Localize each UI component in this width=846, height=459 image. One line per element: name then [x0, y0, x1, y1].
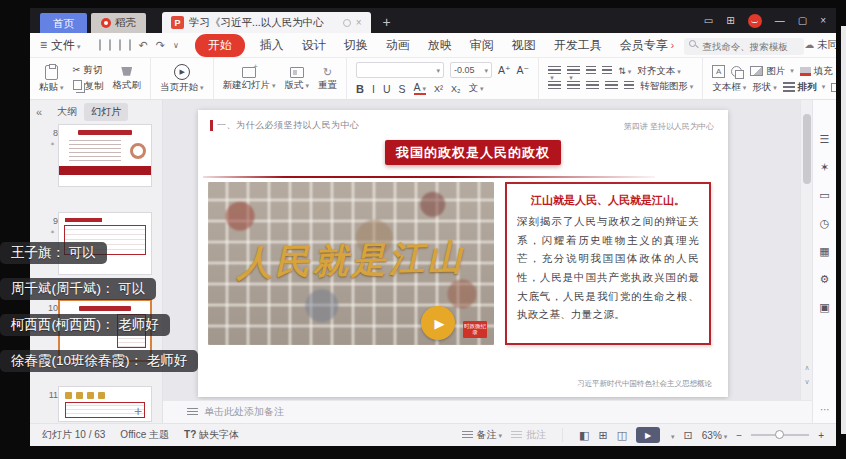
new-tab-button[interactable]: + — [383, 14, 391, 33]
ribbon-tab-insert[interactable]: 插入 — [260, 37, 284, 54]
ribbon-tab-design[interactable]: 设计 — [302, 37, 326, 54]
align-text-button[interactable]: 对齐文本 — [637, 66, 681, 76]
save-icon[interactable] — [99, 39, 101, 51]
layout-button[interactable]: 版式 — [285, 67, 310, 90]
line-spacing-icon[interactable]: ⇅ — [618, 66, 631, 76]
distribute-icon[interactable] — [624, 81, 634, 91]
new-slide-button[interactable]: 新建幻灯片 — [223, 67, 276, 90]
settings-icon[interactable]: ⚙ — [820, 274, 830, 285]
notes-bar[interactable]: 单击此处添加备注 — [163, 400, 812, 423]
close-window-icon[interactable]: × — [820, 15, 826, 26]
undo-icon[interactable]: ↶ — [139, 39, 148, 52]
justify-icon[interactable] — [605, 81, 618, 91]
zoom-in-button[interactable]: + — [818, 430, 824, 441]
font-color-button[interactable]: A — [414, 82, 427, 95]
tab-outline[interactable]: 大纲 — [50, 103, 84, 121]
command-search[interactable] — [684, 36, 804, 55]
ribbon-tab-review[interactable]: 审阅 — [470, 37, 494, 54]
align-right-icon[interactable] — [586, 81, 599, 91]
comments-button[interactable]: 批注 — [511, 428, 546, 442]
minimize-icon[interactable]: — — [775, 15, 785, 26]
zoom-slider[interactable] — [751, 434, 809, 436]
textbox-big-icon[interactable]: A — [712, 65, 725, 78]
slides-pane-icon[interactable]: ▭ — [819, 190, 829, 201]
slide-title-banner[interactable]: 我国的政权是人民的政权 — [385, 140, 561, 165]
tab-docer[interactable]: 稻壳 — [91, 13, 146, 33]
superscript-button[interactable]: X² — [434, 84, 443, 94]
tab-slides[interactable]: 幻灯片 — [84, 103, 128, 121]
smart-graphic-button[interactable]: 转智能图形 — [640, 81, 693, 91]
video-thumbnail[interactable]: 人民就是江山 ▶ 时政微纪录 — [208, 182, 494, 345]
play-options-caret[interactable] — [669, 430, 675, 441]
align-center-icon[interactable] — [567, 81, 580, 91]
paste-button[interactable]: 粘贴 — [39, 65, 64, 92]
underline-button[interactable]: U — [383, 83, 391, 95]
arrange-button[interactable]: 排列 — [783, 82, 826, 92]
fit-page-icon[interactable]: ⊡ — [684, 429, 693, 442]
bold-button[interactable]: B — [356, 83, 364, 95]
tab-home[interactable]: 首页 — [40, 13, 87, 33]
bullet-list-icon[interactable] — [548, 66, 561, 76]
strikethrough-button[interactable]: S — [399, 83, 406, 95]
more-tools-icon[interactable]: ⋯ — [813, 404, 836, 415]
sync-status[interactable]: ☁ 未同步 — [804, 38, 836, 52]
theme-name[interactable]: Office 主题 — [120, 428, 169, 442]
shapes-big-icon[interactable] — [731, 66, 742, 77]
slide-sorter-icon[interactable]: ⊞ — [598, 429, 607, 442]
ribbon-tab-home[interactable]: 开始 — [195, 34, 245, 57]
add-slide-button[interactable]: + — [134, 403, 142, 419]
ribbon-tab-transition[interactable]: 切换 — [344, 37, 368, 54]
quote-text-box[interactable]: 江山就是人民、人民就是江山。 深刻揭示了人民与政权之间的辩证关系，闪耀着历史唯物… — [505, 182, 711, 345]
format-painter-button[interactable]: 格式刷 — [113, 67, 142, 90]
file-menu[interactable]: 文件 — [51, 37, 81, 54]
zoom-level[interactable]: 63% — [702, 430, 728, 441]
tab-document[interactable]: P 学习《习近平...以人民为中心 × — [162, 12, 371, 33]
hamburger-menu-icon[interactable]: ≡ — [40, 38, 47, 52]
fill-button[interactable]: 填充 — [800, 66, 836, 76]
print-icon[interactable] — [119, 39, 121, 51]
play-from-current-button[interactable]: ▶ 当页开始 — [160, 64, 204, 92]
outline-button[interactable]: 轮廓 — [831, 82, 836, 92]
slideshow-play-button[interactable]: ▶ — [636, 427, 660, 443]
quickbar-expand-icon[interactable]: ∨ — [173, 41, 179, 50]
vertical-scrollbar[interactable]: ∧ ∨ — [800, 100, 812, 400]
font-size-select[interactable]: -0.05 — [450, 62, 492, 78]
close-tab-icon[interactable]: × — [356, 18, 362, 28]
increase-font-button[interactable]: A⁺ — [498, 64, 511, 76]
user-avatar[interactable] — [748, 14, 762, 28]
decrease-font-button[interactable]: A⁻ — [517, 64, 530, 76]
tab-list-icon[interactable]: ▭ — [704, 15, 713, 26]
picture-button[interactable]: 图片 — [750, 66, 794, 76]
copy-button[interactable]: 复制 — [73, 80, 104, 92]
properties-icon[interactable]: ☰ — [820, 134, 830, 145]
align-left-icon[interactable] — [548, 81, 561, 91]
slide-canvas[interactable]: 一、为什么必须坚持以人民为中心 第四讲 坚持以人民为中心 我国的政权是人民的政权… — [198, 110, 728, 397]
ribbon-tab-devtools[interactable]: 开发工具 — [554, 37, 602, 54]
decrease-indent-icon[interactable] — [586, 66, 596, 76]
ribbon-tab-slideshow[interactable]: 放映 — [428, 37, 452, 54]
workspace-grid-icon[interactable]: ⊞ — [726, 15, 734, 26]
italic-button[interactable]: I — [372, 83, 375, 95]
ribbon-tab-view[interactable]: 视图 — [512, 37, 536, 54]
scrollbar-thumb[interactable] — [803, 114, 811, 184]
textbox-button[interactable]: 文本框 — [712, 82, 746, 92]
history-icon[interactable]: ◷ — [820, 218, 830, 229]
layout-pane-icon[interactable]: ▣ — [819, 302, 829, 313]
export-icon[interactable] — [109, 39, 111, 51]
video-play-button[interactable]: ▶ — [421, 306, 455, 340]
text-effect-button[interactable]: 文 — [469, 82, 484, 95]
zoom-out-button[interactable]: − — [736, 430, 742, 441]
normal-view-icon[interactable]: ◧ — [579, 429, 589, 442]
cut-button[interactable]: ✂ 剪切 — [73, 65, 104, 75]
missing-font-warning[interactable]: T? 缺失字体 — [184, 428, 239, 442]
redo-icon[interactable]: ↷ — [156, 39, 165, 52]
notes-toggle-button[interactable]: 备注 — [462, 428, 503, 442]
ribbon-tab-member[interactable]: 会员专享 — [620, 37, 668, 54]
slide-thumbnail-8[interactable] — [58, 124, 152, 187]
find-icon[interactable] — [129, 39, 131, 51]
subscript-button[interactable]: X₂ — [451, 84, 461, 94]
font-name-select[interactable] — [356, 62, 444, 78]
resource-library-icon[interactable]: ▦ — [819, 246, 829, 257]
shapes-button[interactable]: 形状 — [752, 82, 777, 92]
ribbon-tab-animation[interactable]: 动画 — [386, 37, 410, 54]
